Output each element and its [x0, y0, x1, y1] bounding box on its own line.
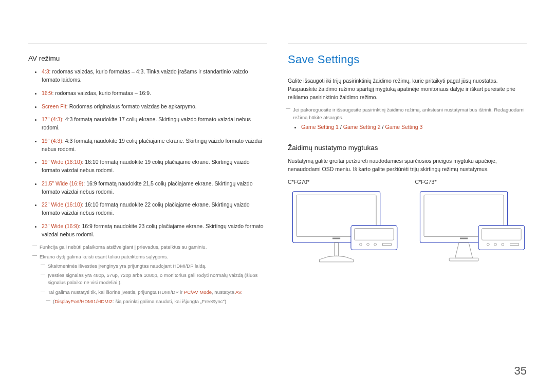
av-mode-heading: AV režimu — [28, 53, 267, 64]
game-button-heading: Žaidimų nustatymo mygtukas — [288, 143, 527, 153]
save-settings-heading: Save Settings — [288, 51, 527, 68]
footnote-sub: Tai galima nustatyti tik, kai išorinė įv… — [43, 289, 267, 296]
list-text: : 4:3 formatą naudokite 19 colių plačiaj… — [42, 138, 262, 152]
monitor-illustration-1 — [288, 189, 400, 267]
game-setting-3: Game Setting 3 — [385, 124, 422, 130]
separator: / — [339, 124, 343, 130]
footnote-text: . — [241, 289, 243, 295]
svg-rect-3 — [335, 242, 339, 256]
list-lead: 22" Wide (16:10) — [42, 201, 82, 208]
list-item: 17" (4:3): 4:3 formatą naudokite 17 coli… — [42, 116, 265, 132]
svg-rect-12 — [460, 238, 468, 239]
page-number: 35 — [514, 362, 527, 379]
list-lead: 17" (4:3) — [42, 116, 62, 122]
footnote-red: PC/AV Mode — [184, 289, 212, 295]
list-item: 21.5" Wide (16:9): 16:9 formatą naudokit… — [42, 180, 265, 196]
list-lead: 19" (4:3) — [42, 138, 62, 144]
list-lead: 23" Wide (16:9) — [42, 223, 79, 229]
monitor-illustration-2 — [415, 189, 527, 267]
save-settings-note: Jei pakoreguosite ir išsaugosite pasirin… — [288, 106, 527, 121]
list-text: : 4:3 formatą naudokite 17 colių ekrane.… — [42, 116, 251, 130]
footnote-sub: Skaitmeninės išvesties įrenginys yra pri… — [43, 263, 267, 270]
list-lead: 19" Wide (16:10) — [42, 159, 82, 165]
list-text: : rodomas vaizdas, kurio formatas – 4:3.… — [42, 68, 248, 83]
svg-rect-14 — [478, 226, 524, 250]
list-item: 23" Wide (16:9): 16:9 formatą naudokite … — [42, 222, 265, 239]
game-setting-2: Game Setting 2 — [343, 124, 381, 130]
list-item: 19" Wide (16:10): 16:10 formatą naudokit… — [42, 158, 265, 175]
footnote-text: Tai galima nustatyti tik, kai išorinė įv… — [48, 289, 184, 295]
list-lead: 4:3 — [42, 68, 49, 74]
svg-rect-2 — [332, 238, 340, 239]
footnote-red: AV — [235, 289, 241, 295]
av-mode-list: 4:3: rodomas vaizdas, kurio formatas – 4… — [42, 68, 267, 238]
monitor-label-2: C*FG73* — [415, 178, 527, 186]
monitor-label-1: C*FG70* — [288, 178, 400, 186]
list-lead: 16:9 — [42, 90, 52, 96]
list-item: 4:3: rodomas vaizdas, kurio formatas – 4… — [42, 68, 265, 84]
list-item: 16:9: rodomas vaizdas, kurio formatas – … — [42, 89, 265, 98]
svg-rect-4 — [351, 226, 397, 250]
footnote-text: , nustatyta — [212, 289, 235, 295]
list-item: 22" Wide (16:10): 16:10 formatą naudokit… — [42, 201, 265, 217]
game-setting-1: Game Setting 1 — [301, 124, 339, 130]
footnote-sub: (DisplayPort/HDMI1/HDMI2: šią parinktį g… — [48, 298, 267, 305]
footnote-sub: Įvesties signalas yra 480p, 576p, 720p a… — [43, 272, 267, 287]
svg-rect-13 — [449, 258, 478, 261]
game-button-para: Nustatymą galite greitai peržiūrėti naud… — [288, 157, 527, 174]
list-lead: Screen Fit — [42, 103, 66, 109]
game-settings-item: Game Setting 1 / Game Setting 2 / Game S… — [301, 123, 527, 132]
save-settings-para: Galite išsaugoti iki trijų pasirinktinių… — [288, 77, 527, 101]
list-lead: 21.5" Wide (16:9) — [42, 180, 83, 186]
footnote-text: : šią parinktį galima naudoti, kai išjun… — [113, 298, 226, 304]
list-item: 19" (4:3): 4:3 formatą naudokite 19 coli… — [42, 137, 265, 154]
footnote-red: DisplayPort/HDMI1/HDMI2 — [54, 298, 113, 304]
list-text: : rodomas vaizdas, kurio formatas – 16:9… — [52, 90, 151, 96]
list-item: Screen Fit: Rodomas originalaus formato … — [42, 103, 265, 111]
list-text: : Rodomas originalaus formato vaizdas be… — [66, 103, 197, 109]
footnote: Funkcija gali nebūti palaikoma atsižvelg… — [34, 244, 267, 251]
footnote: Ekrano dydį galima keisti esant toliau p… — [34, 253, 267, 260]
